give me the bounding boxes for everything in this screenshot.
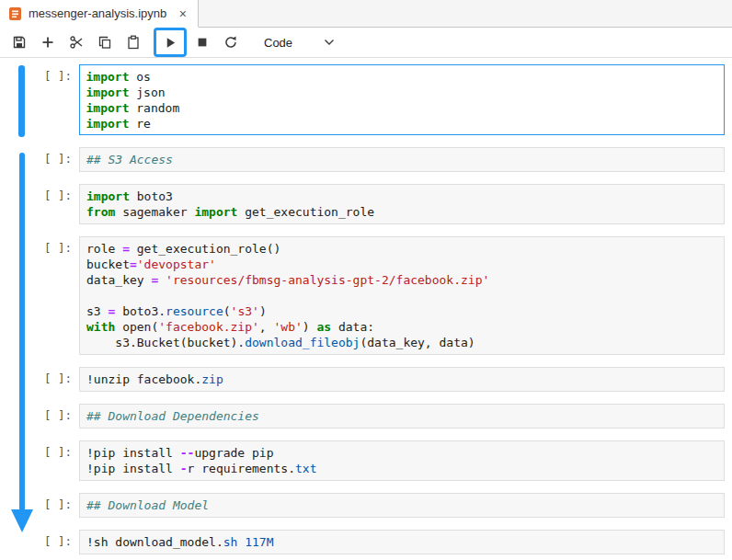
code-token: sagemaker xyxy=(115,205,194,219)
notebook-cell[interactable]: [ ]:## S3 Access xyxy=(0,147,725,172)
stop-button[interactable] xyxy=(192,31,212,53)
save-button[interactable] xyxy=(9,31,29,53)
code-token: import xyxy=(86,101,130,115)
run-button[interactable] xyxy=(160,31,180,53)
code-token: - xyxy=(180,462,188,475)
code-line: !pip install --upgrade pip xyxy=(86,445,717,461)
code-token: 'wb' xyxy=(274,320,303,334)
code-token: ) xyxy=(259,304,267,318)
tab-close-icon[interactable]: × xyxy=(177,7,189,20)
code-token: (data_key, data) xyxy=(360,336,475,349)
notebook-cell[interactable]: [ ]:## Download Model xyxy=(0,493,725,518)
code-token: import xyxy=(86,70,130,84)
code-token: 'devopstar' xyxy=(137,257,216,271)
active-cell-indicator[interactable] xyxy=(18,65,25,137)
code-token: download_fileobj xyxy=(245,336,360,349)
arrow-annotation-head xyxy=(11,509,33,532)
code-line: ## S3 Access xyxy=(86,152,717,167)
notebook-tab[interactable]: messenger-analysis.ipynb × xyxy=(0,0,199,28)
cell-editor[interactable]: import osimport jsonimport randomimport … xyxy=(79,64,725,135)
code-line: import re xyxy=(86,116,718,131)
notebook-cell[interactable]: [ ]:!unzip facebook.zip xyxy=(0,367,725,392)
cut-cell-button[interactable] xyxy=(66,31,86,53)
restart-kernel-button[interactable] xyxy=(221,31,241,53)
code-token: get_execution_role() xyxy=(130,242,280,256)
code-token: random xyxy=(129,101,179,115)
code-token: role xyxy=(86,242,122,256)
code-token: boto3. xyxy=(115,304,166,318)
code-token: txt xyxy=(295,462,316,475)
code-token: !pip install xyxy=(86,462,180,475)
copy-cell-button[interactable] xyxy=(95,31,115,53)
code-line: data_key = 'resources/fbmsg-analysis-gpt… xyxy=(86,272,717,288)
paste-cell-button[interactable] xyxy=(123,31,143,53)
code-token: from xyxy=(86,205,115,219)
cell-type-dropdown[interactable]: Code xyxy=(264,36,335,50)
code-token: -- xyxy=(180,446,195,460)
code-token xyxy=(158,273,166,287)
code-token: 'facebook.zip' xyxy=(158,320,259,334)
notebook-cell[interactable]: [ ]:role = get_execution_role()bucket='d… xyxy=(0,236,725,355)
notebook-cell[interactable]: [ ]:!pip install --upgrade pip!pip insta… xyxy=(0,440,725,481)
cell-prompt: [ ]: xyxy=(0,147,79,172)
cell-prompt: [ ]: xyxy=(0,404,79,429)
code-token: get_execution_role xyxy=(237,205,374,219)
code-token: import xyxy=(194,205,237,219)
code-line: ## Download Dependencies xyxy=(86,408,717,424)
cell-prompt: [ ]: xyxy=(0,184,79,224)
cell-prompt: [ ]: xyxy=(0,367,79,392)
run-button-highlight xyxy=(154,28,187,57)
code-token: resource xyxy=(166,304,223,318)
cell-type-label: Code xyxy=(264,36,292,50)
notebook-cell[interactable]: [ ]:import osimport jsonimport randomimp… xyxy=(0,64,725,135)
code-token: ## Download Dependencies xyxy=(86,409,259,423)
code-token: = xyxy=(122,242,130,256)
code-token: re xyxy=(129,117,150,131)
code-token: !pip install xyxy=(86,446,180,460)
code-line: ## Download Model xyxy=(86,497,717,513)
code-token: data: xyxy=(331,320,374,334)
code-line: import boto3 xyxy=(86,189,717,204)
cell-editor[interactable]: !pip install --upgrade pip!pip install -… xyxy=(79,440,725,481)
code-line: import os xyxy=(86,69,718,85)
cell-editor[interactable]: ## S3 Access xyxy=(79,147,725,172)
notebook-toolbar: Code xyxy=(0,28,732,58)
notebook-cell[interactable]: [ ]:## Download Dependencies xyxy=(0,404,725,429)
code-token: ## S3 Access xyxy=(86,153,173,166)
code-token: boto3 xyxy=(130,189,173,203)
notebook-file-icon xyxy=(8,6,22,21)
cell-editor[interactable]: ## Download Dependencies xyxy=(79,404,725,429)
code-token: ) xyxy=(303,320,317,334)
code-token: ## Download Model xyxy=(86,498,209,512)
cell-editor[interactable]: role = get_execution_role()bucket='devop… xyxy=(79,236,725,355)
code-line: role = get_execution_role() xyxy=(86,241,717,257)
code-line: import json xyxy=(86,85,718,100)
code-token: as xyxy=(316,320,331,334)
cell-editor[interactable]: import boto3from sagemaker import get_ex… xyxy=(79,184,725,224)
code-token: open( xyxy=(115,320,158,334)
code-token: import xyxy=(86,86,130,99)
code-token: json xyxy=(129,86,165,99)
notebook-cell[interactable]: [ ]:import boto3from sagemaker import ge… xyxy=(0,184,725,224)
chevron-down-icon xyxy=(324,39,335,46)
cell-editor[interactable]: !unzip facebook.zip xyxy=(79,367,725,392)
code-token: import xyxy=(86,189,130,203)
add-cell-button[interactable] xyxy=(38,31,58,53)
code-token: !unzip facebook. xyxy=(86,372,201,386)
notebook-cell[interactable]: [ ]:!sh download_model.sh 117M xyxy=(0,530,725,554)
code-line: !pip install -r requirements.txt xyxy=(86,461,717,476)
cell-editor[interactable]: ## Download Model xyxy=(79,493,725,518)
code-token: bucket xyxy=(86,257,130,271)
cell-prompt: [ ]: xyxy=(0,236,79,355)
code-token: data_key xyxy=(86,273,151,287)
code-line: !unzip facebook.zip xyxy=(86,371,717,387)
code-token: s3 xyxy=(86,304,108,318)
code-line: s3.Bucket(bucket).download_fileobj(data_… xyxy=(86,335,717,350)
code-line: !sh download_model.sh 117M xyxy=(86,534,717,550)
code-token: upgrade pip xyxy=(194,446,273,460)
code-token: s3.Bucket(bucket). xyxy=(86,336,245,349)
cell-editor[interactable]: !sh download_model.sh 117M xyxy=(79,530,725,554)
cell-prompt: [ ]: xyxy=(0,64,79,135)
code-token: os xyxy=(129,70,150,84)
code-token: = xyxy=(130,257,137,271)
